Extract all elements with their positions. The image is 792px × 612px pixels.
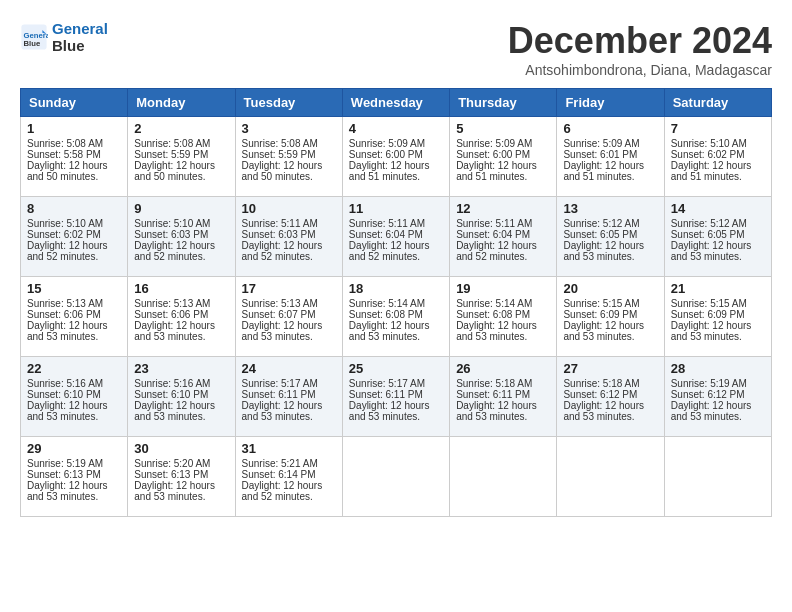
logo-line2: Blue [52,37,108,54]
table-row: 11 Sunrise: 5:11 AM Sunset: 6:04 PM Dayl… [342,197,449,277]
calendar-row-5: 29 Sunrise: 5:19 AM Sunset: 6:13 PM Dayl… [21,437,772,517]
calendar-table: Sunday Monday Tuesday Wednesday Thursday… [20,88,772,517]
empty-cell [664,437,771,517]
logo-icon: General Blue [20,23,48,51]
header-monday: Monday [128,89,235,117]
table-row: 28 Sunrise: 5:19 AM Sunset: 6:12 PM Dayl… [664,357,771,437]
table-row: 29 Sunrise: 5:19 AM Sunset: 6:13 PM Dayl… [21,437,128,517]
table-row: 13 Sunrise: 5:12 AM Sunset: 6:05 PM Dayl… [557,197,664,277]
table-row: 17 Sunrise: 5:13 AM Sunset: 6:07 PM Dayl… [235,277,342,357]
table-row: 7 Sunrise: 5:10 AM Sunset: 6:02 PM Dayli… [664,117,771,197]
table-row: 6 Sunrise: 5:09 AM Sunset: 6:01 PM Dayli… [557,117,664,197]
calendar-row-1: 1 Sunrise: 5:08 AM Sunset: 5:58 PM Dayli… [21,117,772,197]
table-row: 4 Sunrise: 5:09 AM Sunset: 6:00 PM Dayli… [342,117,449,197]
table-row: 8 Sunrise: 5:10 AM Sunset: 6:02 PM Dayli… [21,197,128,277]
calendar-row-3: 15 Sunrise: 5:13 AM Sunset: 6:06 PM Dayl… [21,277,772,357]
logo: General Blue General Blue [20,20,108,54]
header-tuesday: Tuesday [235,89,342,117]
table-row: 14 Sunrise: 5:12 AM Sunset: 6:05 PM Dayl… [664,197,771,277]
table-row: 31 Sunrise: 5:21 AM Sunset: 6:14 PM Dayl… [235,437,342,517]
table-row: 25 Sunrise: 5:17 AM Sunset: 6:11 PM Dayl… [342,357,449,437]
header: General Blue General Blue December 2024 … [20,20,772,78]
table-row: 21 Sunrise: 5:15 AM Sunset: 6:09 PM Dayl… [664,277,771,357]
table-row: 30 Sunrise: 5:20 AM Sunset: 6:13 PM Dayl… [128,437,235,517]
logo-line1: General [52,20,108,37]
table-row: 5 Sunrise: 5:09 AM Sunset: 6:00 PM Dayli… [450,117,557,197]
svg-text:Blue: Blue [24,39,41,48]
empty-cell [342,437,449,517]
table-row: 9 Sunrise: 5:10 AM Sunset: 6:03 PM Dayli… [128,197,235,277]
month-title: December 2024 [508,20,772,62]
table-row: 1 Sunrise: 5:08 AM Sunset: 5:58 PM Dayli… [21,117,128,197]
table-row: 26 Sunrise: 5:18 AM Sunset: 6:11 PM Dayl… [450,357,557,437]
table-row: 23 Sunrise: 5:16 AM Sunset: 6:10 PM Dayl… [128,357,235,437]
table-row: 12 Sunrise: 5:11 AM Sunset: 6:04 PM Dayl… [450,197,557,277]
subtitle: Antsohimbondrona, Diana, Madagascar [508,62,772,78]
table-row: 16 Sunrise: 5:13 AM Sunset: 6:06 PM Dayl… [128,277,235,357]
empty-cell [450,437,557,517]
table-row: 24 Sunrise: 5:17 AM Sunset: 6:11 PM Dayl… [235,357,342,437]
header-sunday: Sunday [21,89,128,117]
table-row: 10 Sunrise: 5:11 AM Sunset: 6:03 PM Dayl… [235,197,342,277]
table-row: 2 Sunrise: 5:08 AM Sunset: 5:59 PM Dayli… [128,117,235,197]
header-row: Sunday Monday Tuesday Wednesday Thursday… [21,89,772,117]
table-row: 20 Sunrise: 5:15 AM Sunset: 6:09 PM Dayl… [557,277,664,357]
header-thursday: Thursday [450,89,557,117]
table-row: 27 Sunrise: 5:18 AM Sunset: 6:12 PM Dayl… [557,357,664,437]
table-row: 3 Sunrise: 5:08 AM Sunset: 5:59 PM Dayli… [235,117,342,197]
header-saturday: Saturday [664,89,771,117]
table-row: 22 Sunrise: 5:16 AM Sunset: 6:10 PM Dayl… [21,357,128,437]
table-row: 15 Sunrise: 5:13 AM Sunset: 6:06 PM Dayl… [21,277,128,357]
title-area: December 2024 Antsohimbondrona, Diana, M… [508,20,772,78]
calendar-row-2: 8 Sunrise: 5:10 AM Sunset: 6:02 PM Dayli… [21,197,772,277]
calendar-row-4: 22 Sunrise: 5:16 AM Sunset: 6:10 PM Dayl… [21,357,772,437]
empty-cell [557,437,664,517]
table-row: 19 Sunrise: 5:14 AM Sunset: 6:08 PM Dayl… [450,277,557,357]
header-friday: Friday [557,89,664,117]
table-row: 18 Sunrise: 5:14 AM Sunset: 6:08 PM Dayl… [342,277,449,357]
header-wednesday: Wednesday [342,89,449,117]
